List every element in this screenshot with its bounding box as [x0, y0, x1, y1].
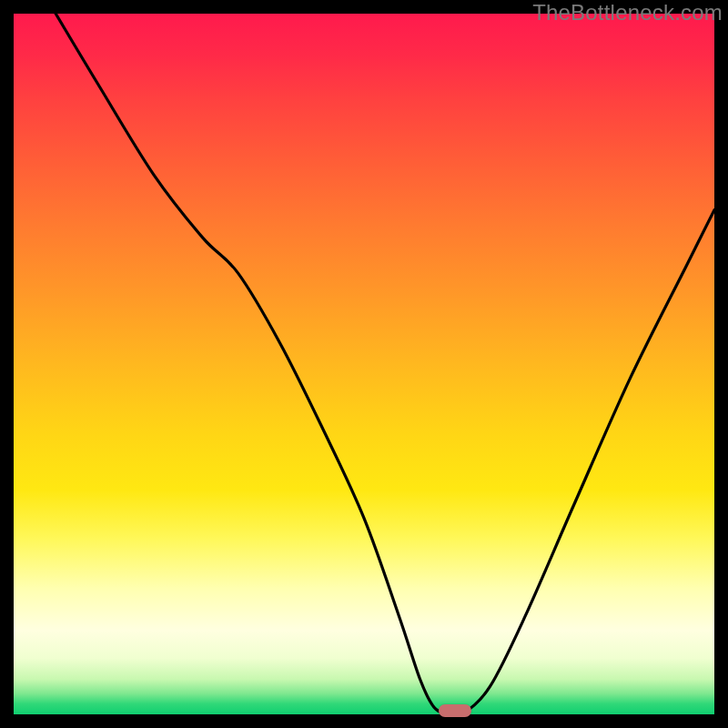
- chart-frame: TheBottleneck.com: [0, 0, 728, 728]
- plot-area: [14, 14, 714, 714]
- bottleneck-curve: [14, 14, 714, 714]
- optimal-marker: [439, 704, 471, 717]
- curve-path: [56, 14, 714, 714]
- watermark-text: TheBottleneck.com: [532, 0, 723, 25]
